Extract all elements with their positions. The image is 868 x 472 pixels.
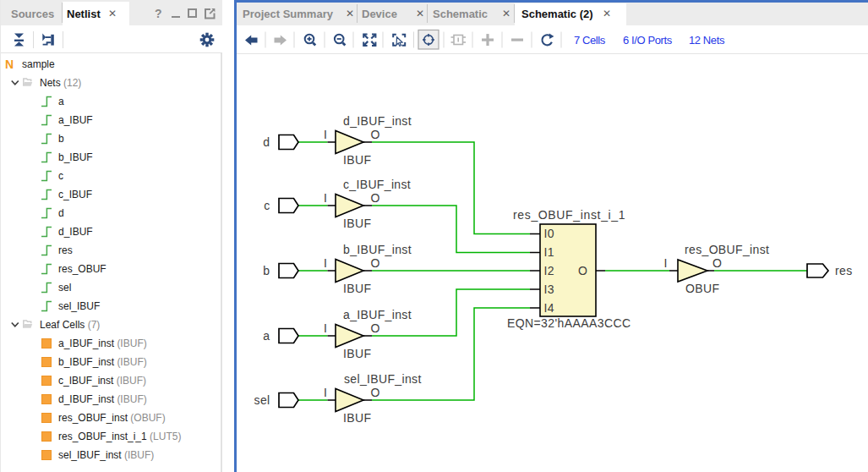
svg-text:c: c (264, 199, 270, 212)
svg-text:I1: I1 (544, 245, 554, 259)
svg-text:O: O (578, 264, 587, 277)
svg-text:O: O (371, 321, 380, 335)
svg-text:I: I (324, 386, 327, 399)
svg-text:I4: I4 (544, 301, 554, 315)
svg-text:I0: I0 (544, 227, 554, 240)
svg-text:IBUF: IBUF (343, 282, 371, 295)
svg-text:OBUF: OBUF (685, 282, 719, 295)
svg-text:res_OBUF_inst_i_1: res_OBUF_inst_i_1 (513, 208, 625, 222)
svg-text:a: a (263, 329, 270, 343)
svg-text:IBUF: IBUF (343, 217, 371, 230)
svg-text:O: O (371, 256, 380, 270)
svg-text:d_IBUF_inst: d_IBUF_inst (343, 114, 412, 128)
svg-text:sel: sel (254, 393, 270, 407)
svg-text:I: I (324, 321, 327, 335)
svg-text:I2: I2 (544, 264, 554, 277)
svg-text:IBUF: IBUF (343, 411, 371, 425)
svg-text:O: O (371, 191, 380, 205)
svg-text:I: I (324, 191, 327, 205)
svg-text:IBUF: IBUF (343, 347, 371, 360)
svg-text:EQN=32'hAAAA3CCC: EQN=32'hAAAA3CCC (507, 316, 631, 330)
svg-text:res_OBUF_inst: res_OBUF_inst (685, 243, 769, 256)
svg-text:I: I (664, 256, 668, 270)
svg-text:O: O (712, 256, 722, 270)
svg-text:res: res (835, 264, 853, 277)
svg-text:d: d (263, 135, 270, 149)
svg-text:I: I (324, 256, 327, 270)
svg-text:a_IBUF_inst: a_IBUF_inst (343, 308, 412, 321)
svg-text:IBUF: IBUF (343, 153, 371, 167)
svg-text:sel_IBUF_inst: sel_IBUF_inst (344, 372, 422, 386)
svg-text:O: O (371, 386, 380, 399)
svg-text:b_IBUF_inst: b_IBUF_inst (343, 243, 412, 256)
svg-text:b: b (263, 264, 270, 277)
svg-text:c_IBUF_inst: c_IBUF_inst (343, 178, 411, 191)
svg-text:I3: I3 (544, 283, 554, 296)
svg-text:I: I (324, 128, 327, 141)
svg-text:O: O (371, 128, 380, 141)
